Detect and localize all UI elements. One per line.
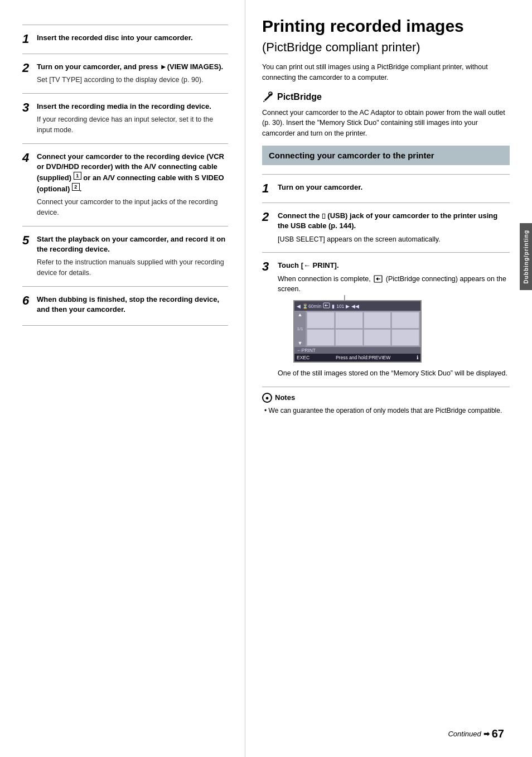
side-tab-wrapper: Dubbing/printing [520,223,532,290]
left-step-6: 6 When dubbing is finished, stop the rec… [22,295,228,317]
page-intro: You can print out still images using a P… [262,62,510,83]
right-step-body-3: When connection is complete, (PictBridge… [278,274,510,295]
page-title-bold: Printing recorded images [262,17,464,35]
step-number-3: 3 [22,102,29,114]
right-step-title-1: Turn on your camcorder. [278,182,510,192]
step-number-5: 5 [22,234,29,247]
right-step-number-1: 1 [262,182,269,195]
page-title-normal: (PictBridge compliant printer) [262,40,420,54]
pictbridge-icon [262,91,274,103]
step-body-2: Set [TV TYPE] according to the display d… [37,75,228,85]
footer-continued: Continued [448,730,481,738]
notes-section: ● Notes • We can guarantee the operation… [262,387,510,416]
camera-down-btn: ▼ [298,340,303,346]
camera-thumbnail-grid [306,311,420,347]
page: 1 Insert the recorded disc into your cam… [0,0,532,757]
step-number-2: 2 [22,62,29,74]
pictbridge-header: PictBridge [262,91,510,103]
step-number-4: 4 [22,152,29,164]
notes-icon: ● [262,393,272,403]
step-body-5: Refer to the instruction manuals supplie… [37,257,228,278]
notes-header: ● Notes [262,393,510,403]
thumb-1 [307,312,335,329]
camera-count: 101 [336,303,344,309]
right-divider-2 [262,202,510,203]
right-column: Printing recorded images (PictBridge com… [245,0,532,757]
right-step-body-2: [USB SELECT] appears on the screen autom… [278,234,510,245]
connecting-header: Connecting your camcorder to the printer [262,146,510,166]
left-column: 1 Insert the recorded disc into your cam… [0,0,245,757]
step-body-4: Connect your camcorder to the input jack… [37,197,228,218]
camera-pictbridge-icon [323,302,330,310]
thumb-8 [391,329,419,346]
divider-step5 [22,226,228,226]
left-step-5: 5 Start the playback on your camcorder, … [22,234,228,278]
camera-print-label: ←PRINT [297,348,316,353]
pictbridge-label: PictBridge [277,92,322,102]
usb-symbol: ⌷ [322,213,326,219]
right-step-1: 1 Turn on your camcorder. [262,182,510,195]
left-step-4: 4 Connect your camcorder to the recordin… [22,152,228,218]
divider-end [22,325,228,326]
step-title-4: Connect your camcorder to the recording … [37,152,228,194]
camera-time: ⏳60min [302,303,321,309]
thumb-6 [335,329,363,346]
camera-print-label-row: ←PRINT [294,347,420,354]
camera-up-btn: ▲ [298,312,303,317]
thumb-7 [364,329,391,346]
camera-page: 1/1 [297,326,303,331]
thumb-2 [335,312,363,329]
right-step-3: 3 Touch [← PRINT]. When connection is co… [262,261,510,295]
right-step-title-2: Connect the ⌷ (USB) jack of your camcord… [278,211,510,231]
camera-play-icons: ▶ ◀◀ [346,303,359,309]
step-title-1: Insert the recorded disc into your camco… [37,33,228,43]
step-title-5: Start the playback on your camcorder, an… [37,234,228,254]
left-step-2: 2 Turn on your camcorder, and press ►(VI… [22,62,228,85]
footer-arrow-icon: ➡ [483,730,490,738]
step-title-3: Insert the recording media in the record… [37,102,228,112]
pictbridge-body: Connect your camcorder to the AC Adaptor… [262,108,510,139]
right-step-number-2: 2 [262,211,269,223]
camera-bottom-bar: EXEC Press and hold:PREVIEW ℹ [294,354,420,361]
right-step-2: 2 Connect the ⌷ (USB) jack of your camco… [262,211,510,244]
arrow-indicator: | [344,295,345,300]
left-step-3: 3 Insert the recording media in the reco… [22,102,228,136]
divider-step2 [22,54,228,54]
step-number-1: 1 [22,33,29,45]
step-body-3: If your recording device has an input se… [37,114,228,136]
camera-display-area: ▲ 1/1 ▼ [294,311,420,347]
right-divider-1 [262,174,510,175]
step3-body1: When connection is complete, [278,275,371,283]
footer: Continued ➡ 67 [448,727,504,740]
thumb-4 [391,312,419,329]
footer-page-number: 67 [492,727,504,740]
thumb-3 [364,312,391,329]
side-tab-text: Dubbing/printing [523,230,529,284]
left-step-1: 1 Insert the recorded disc into your cam… [22,33,228,46]
divider-step4 [22,143,228,144]
camera-left-controls: ▲ 1/1 ▼ [294,311,306,347]
notes-body: • We can guarantee the operation of only… [262,406,510,416]
divider-step6 [22,286,228,287]
camera-battery: ▮ [332,303,335,309]
camera-screen: ◀ ⏳60min ▮ 101 ▶ ◀◀ [293,300,422,363]
right-step-title-3: Touch [← PRINT]. [278,261,510,271]
divider-step1 [22,25,228,25]
camera-status-bar: ◀ ⏳60min ▮ 101 ▶ ◀◀ [294,301,420,311]
right-divider-3 [262,252,510,253]
thumb-5 [307,329,335,346]
camera-back-icon: ◀ [297,303,301,309]
still-images-text: One of the still images stored on the “M… [278,368,510,379]
notes-label: Notes [275,393,295,402]
right-step-number-3: 3 [262,261,269,273]
camera-preview-btn: Press and hold:PREVIEW [336,355,390,360]
divider-step3 [22,93,228,94]
camera-info-btn: ℹ [417,355,418,360]
page-title: Printing recorded images (PictBridge com… [262,17,510,55]
step-title-2: Turn on your camcorder, and press ►(VIEW… [37,62,228,72]
notes-bullet-1: We can guarantee the operation of only m… [269,407,502,414]
camera-exec-btn: EXEC [297,355,309,360]
step-number-6: 6 [22,295,29,307]
step-title-6: When dubbing is finished, stop the recor… [37,295,228,315]
